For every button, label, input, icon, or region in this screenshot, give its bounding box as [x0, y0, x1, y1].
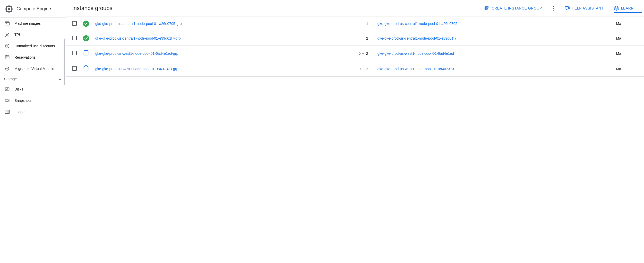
instance-count-cell: 0 → 2	[349, 61, 374, 77]
instance-group-name-link[interactable]: gke-gke-prod-us-west1-node-pool-01-98407…	[95, 67, 178, 71]
svg-rect-5	[8, 11, 8, 13]
instance-template-cell[interactable]: gke-gke-prod-us-central1-node-pool-01-e3…	[374, 31, 613, 46]
svg-rect-7	[5, 8, 6, 8]
svg-rect-18	[5, 56, 9, 59]
sidebar-item-label-images: Images	[14, 110, 26, 114]
svg-point-27	[7, 89, 7, 89]
instance-group-name-cell[interactable]: gke-gke-prod-us-central1-node-pool-01-e3…	[92, 31, 349, 46]
scrollbar-thumb[interactable]	[64, 39, 65, 85]
instance-count-cell: 2	[349, 31, 374, 46]
instance-group-name-cell[interactable]: gke-gke-prod-us-central1-node-pool-01-a2…	[92, 16, 349, 31]
sidebar-item-machine-images[interactable]: Machine images	[0, 18, 66, 29]
sidebar: Compute Engine Machine images TPUs %	[0, 0, 66, 263]
learn-button-label: LEARN	[621, 6, 634, 10]
row-checkbox[interactable]	[72, 51, 77, 55]
row-checkbox-cell[interactable]	[66, 31, 80, 46]
sidebar-item-label-disks: Disks	[14, 87, 23, 91]
compute-engine-logo	[4, 4, 13, 13]
row-checkbox[interactable]	[72, 36, 77, 40]
sidebar-item-snapshots[interactable]: Snapshots	[0, 95, 66, 106]
sidebar-item-tpus[interactable]: TPUs	[0, 29, 66, 40]
reservations-icon	[4, 54, 10, 60]
svg-text:%: %	[6, 45, 8, 47]
instance-group-name-cell[interactable]: gke-gke-prod-us-west1-node-pool-01-98407…	[92, 61, 349, 77]
row-checkbox-cell[interactable]	[66, 16, 80, 31]
sidebar-item-disks[interactable]: Disks	[0, 84, 66, 95]
instance-group-name-link[interactable]: gke-gke-prod-us-central1-node-pool-01-a2…	[95, 22, 182, 26]
instance-group-name-link[interactable]: gke-gke-prod-us-central1-node-pool-01-e3…	[95, 36, 181, 40]
machine-type-cell: Ma	[613, 61, 644, 77]
main-content: Instance groups CREATE INSTANCE GROUP ⋮	[66, 0, 644, 263]
row-status-cell	[80, 61, 92, 77]
instance-template-cell[interactable]: gke-gke-prod-us-central1-node-pool-01-a2…	[374, 16, 613, 31]
storage-section-header[interactable]: Storage ▲	[0, 74, 66, 84]
chevron-up-icon: ▲	[58, 77, 62, 81]
svg-rect-8	[5, 9, 6, 10]
sidebar-item-reservations[interactable]: Reservations	[0, 52, 66, 63]
row-checkbox-cell[interactable]	[66, 61, 80, 77]
instance-count-cell: 1	[349, 16, 374, 31]
svg-rect-3	[8, 5, 8, 6]
status-ok-icon	[83, 35, 89, 41]
learn-button[interactable]: LEARN	[610, 4, 638, 13]
svg-rect-11	[5, 22, 10, 25]
row-status-cell	[80, 16, 92, 31]
instance-template-link[interactable]: gke-gke-prod-us-west1-node-pool-01-98407…	[377, 67, 610, 71]
learn-icon	[614, 6, 619, 11]
instance-template-link[interactable]: gke-gke-prod-us-central1-node-pool-01-e3…	[377, 36, 610, 40]
sidebar-item-migrate[interactable]: Migrate to Virtual Machin…	[0, 63, 66, 74]
more-vert-icon: ⋮	[551, 5, 556, 12]
instance-group-name-cell[interactable]: gke-gke-prod-us-west1-node-pool-01-6ad4e…	[92, 46, 349, 61]
sidebar-header: Compute Engine	[0, 0, 66, 18]
table-row: gke-gke-prod-us-central1-node-pool-01-e3…	[66, 31, 644, 46]
more-options-button[interactable]: ⋮	[548, 3, 559, 13]
status-ok-icon	[83, 21, 89, 27]
sidebar-item-label-migrate: Migrate to Virtual Machin…	[14, 67, 58, 71]
images-icon	[4, 109, 10, 115]
sidebar-item-label-reservations: Reservations	[14, 55, 36, 59]
status-loading-icon	[83, 50, 89, 56]
table-row: gke-gke-prod-us-west1-node-pool-01-6ad4e…	[66, 46, 644, 61]
sidebar-item-label-committed: Committed use discounts	[14, 44, 55, 48]
svg-rect-10	[11, 9, 13, 10]
help-icon	[565, 6, 570, 11]
disk-icon	[4, 86, 10, 92]
svg-rect-22	[6, 58, 7, 58]
svg-rect-2	[8, 8, 10, 10]
svg-rect-6	[9, 11, 10, 13]
row-checkbox[interactable]	[72, 21, 77, 26]
help-button-label: HELP ASSISTANT	[572, 6, 604, 10]
row-checkbox[interactable]	[72, 66, 77, 71]
create-instance-group-button[interactable]: CREATE INSTANCE GROUP	[480, 4, 546, 13]
create-icon	[484, 6, 490, 11]
sidebar-item-images[interactable]: Images	[0, 106, 66, 117]
storage-section-label: Storage	[4, 77, 17, 81]
svg-rect-29	[6, 100, 8, 102]
snapshot-icon	[4, 97, 10, 104]
machine-type-cell: Ma	[613, 16, 644, 31]
page-title: Instance groups	[72, 5, 476, 12]
row-status-cell	[80, 31, 92, 46]
create-button-label: CREATE INSTANCE GROUP	[492, 6, 542, 10]
row-checkbox-cell[interactable]	[66, 46, 80, 61]
sidebar-item-committed-use[interactable]: % Committed use discounts	[0, 40, 66, 52]
sidebar-item-label-machine-images: Machine images	[14, 21, 41, 25]
instance-template-link[interactable]: gke-gke-prod-us-central1-node-pool-01-a2…	[377, 22, 610, 26]
machine-type-cell: Ma	[613, 46, 644, 61]
sidebar-item-label-snapshots: Snapshots	[14, 98, 31, 103]
svg-rect-40	[565, 6, 568, 9]
table-area: gke-gke-prod-us-central1-node-pool-01-a2…	[66, 16, 644, 263]
help-assistant-button[interactable]: HELP ASSISTANT	[561, 4, 608, 13]
row-status-cell	[80, 46, 92, 61]
topbar-actions: CREATE INSTANCE GROUP ⋮ HELP ASSISTANT L…	[480, 3, 638, 13]
instance-template-cell[interactable]: gke-gke-prod-us-west1-node-pool-01-6ad4e…	[374, 46, 613, 61]
svg-rect-36	[485, 7, 487, 9]
instance-group-name-link[interactable]: gke-gke-prod-us-west1-node-pool-01-6ad4e…	[95, 51, 178, 56]
table-row: gke-gke-prod-us-west1-node-pool-01-98407…	[66, 61, 644, 77]
instance-template-cell[interactable]: gke-gke-prod-us-west1-node-pool-01-98407…	[374, 61, 613, 77]
instance-template-link[interactable]: gke-gke-prod-us-west1-node-pool-01-6ad4e…	[377, 51, 610, 56]
sidebar-item-label-tpus: TPUs	[14, 33, 23, 37]
status-loading-icon	[83, 65, 89, 71]
sidebar-app-title: Compute Engine	[16, 6, 51, 12]
migrate-icon	[4, 66, 10, 72]
